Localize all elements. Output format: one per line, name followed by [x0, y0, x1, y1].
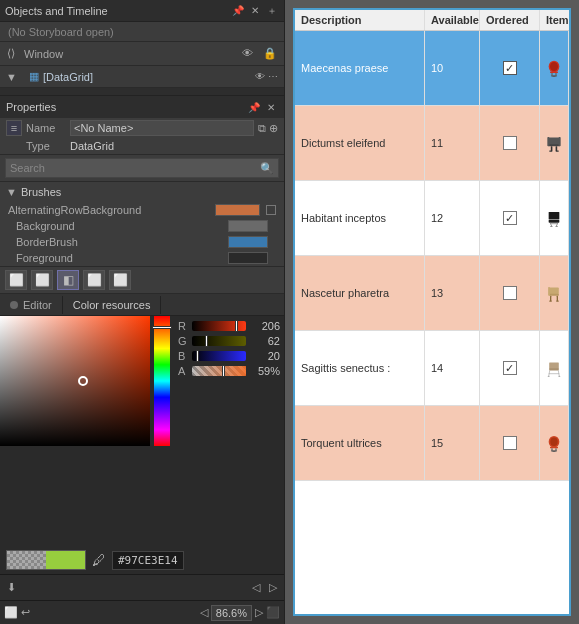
datagrid-icon: ▦: [29, 70, 39, 83]
grid-row-1[interactable]: Maecenas praese 10: [295, 31, 569, 106]
editor-tab[interactable]: Editor: [0, 296, 63, 314]
panel-title: Objects and Timeline: [5, 5, 108, 17]
brush-tool-2[interactable]: ⬜: [31, 270, 53, 290]
visibility-icon[interactable]: 👁: [255, 71, 265, 82]
checkbox-3[interactable]: [503, 211, 517, 225]
eye-icon[interactable]: 👁: [239, 46, 256, 61]
cell-desc-6: Torquent ultrices: [295, 406, 425, 480]
chevron-down-icon[interactable]: ⟨⟩: [4, 46, 18, 61]
editor-section: Editor Color resources: [0, 294, 284, 600]
bottom-btn-left[interactable]: ◁: [249, 580, 263, 595]
background-swatch[interactable]: [228, 220, 268, 232]
svg-rect-2: [550, 71, 558, 72]
brush-tool-1[interactable]: ⬜: [5, 270, 27, 290]
rgba-row-b: B 20: [178, 350, 280, 362]
lock-icon[interactable]: 🔒: [260, 46, 280, 61]
g-slider[interactable]: [192, 336, 246, 346]
cell-avail-5: 14: [425, 331, 480, 405]
svg-rect-24: [550, 295, 551, 300]
checkbox-2[interactable]: [503, 136, 517, 150]
left-panel: Objects and Timeline 📌 ✕ ＋ (No Storyboar…: [0, 0, 285, 624]
brush-tool-5[interactable]: ⬜: [109, 270, 131, 290]
svg-rect-29: [549, 368, 559, 370]
pin-icon[interactable]: 📌: [231, 4, 245, 18]
tree-row-datagrid[interactable]: ▼ ▦ [DataGrid] 👁 ⋯: [4, 68, 280, 85]
chair-svg-1: [546, 36, 562, 101]
brush-tool-4[interactable]: ⬜: [83, 270, 105, 290]
zoom-icons-left[interactable]: ⬜ ↩: [4, 606, 30, 619]
editor-dot: [10, 301, 18, 309]
header-item: Item: [540, 10, 571, 30]
gradient-dark: [0, 316, 150, 446]
name-label: Name: [26, 122, 66, 134]
zoom-next[interactable]: ▷: [255, 606, 263, 619]
search-icon[interactable]: 🔍: [260, 162, 274, 175]
brush-tool-3[interactable]: ◧: [57, 270, 79, 290]
bottom-toolbar: ⬇ ◁ ▷: [0, 574, 284, 600]
bottom-btn-down[interactable]: ⬇: [4, 580, 19, 595]
chair-svg-3: [546, 186, 562, 251]
svg-rect-25: [557, 295, 558, 300]
svg-point-40: [551, 450, 557, 452]
a-slider[interactable]: [192, 366, 246, 376]
close-icon[interactable]: ✕: [248, 4, 262, 18]
hex-display[interactable]: #97CE3E14: [112, 551, 184, 570]
name-value: <No Name>: [70, 120, 254, 136]
eyedropper-btn[interactable]: 🖊: [92, 552, 106, 568]
zoom-end[interactable]: ⬛: [266, 606, 280, 619]
prop-action-icon[interactable]: ⧉: [258, 122, 266, 135]
alternating-checkbox[interactable]: [266, 205, 276, 215]
cell-avail-6: 15: [425, 406, 480, 480]
color-resources-tab[interactable]: Color resources: [63, 296, 162, 314]
bottom-btn-right[interactable]: ▷: [266, 580, 280, 595]
b-value: 20: [250, 350, 280, 362]
zoom-row: ⬜ ↩ ◁ 86.6% ▷ ⬛: [0, 600, 284, 624]
grid-row-2[interactable]: Dictumst eleifend 11: [295, 106, 569, 181]
panel-titlebar: Objects and Timeline 📌 ✕ ＋: [0, 0, 284, 22]
hue-slider[interactable]: [154, 316, 170, 446]
checkbox-6[interactable]: [503, 436, 517, 450]
b-slider[interactable]: [192, 351, 246, 361]
cell-item-5: [540, 331, 569, 405]
cell-item-4: [540, 256, 569, 330]
chair-svg-2: [546, 111, 562, 176]
cell-item-2: [540, 106, 569, 180]
checkbox-4[interactable]: [503, 286, 517, 300]
header-ordered: Ordered: [480, 10, 540, 30]
checkbox-5[interactable]: [503, 361, 517, 375]
grid-row-5[interactable]: Sagittis senectus : 14: [295, 331, 569, 406]
brushes-title: Brushes: [21, 186, 61, 198]
type-label: Type: [26, 140, 66, 152]
brush-row-background: Background: [0, 218, 284, 234]
color-gradient[interactable]: [0, 316, 150, 446]
grid-row-4[interactable]: Nascetur pharetra 13: [295, 256, 569, 331]
datagrid-label: [DataGrid]: [43, 71, 93, 83]
collapse-icon[interactable]: ▼: [6, 71, 17, 83]
grid-row-3[interactable]: Habitant inceptos 12: [295, 181, 569, 256]
prop-new-icon[interactable]: ⊕: [269, 122, 278, 135]
zoom-value[interactable]: 86.6%: [211, 605, 252, 621]
tree-lock-icon[interactable]: ⋯: [268, 71, 278, 82]
r-slider[interactable]: [192, 321, 246, 331]
add-icon[interactable]: ＋: [265, 4, 279, 18]
properties-pin-icon[interactable]: 📌: [247, 100, 261, 114]
scroll-bar[interactable]: [0, 88, 284, 96]
objects-toolbar: ⟨⟩ Window 👁 🔒: [0, 42, 284, 66]
search-input[interactable]: [10, 162, 260, 174]
alternating-swatch[interactable]: [215, 204, 260, 216]
properties-close-icon[interactable]: ✕: [264, 100, 278, 114]
svg-point-1: [550, 61, 558, 70]
border-swatch[interactable]: [228, 236, 268, 248]
b-thumb: [196, 350, 199, 362]
background-label: Background: [16, 220, 222, 232]
svg-rect-27: [556, 300, 559, 301]
brushes-header: ▼ Brushes: [0, 182, 284, 202]
brushes-collapse-icon[interactable]: ▼: [6, 186, 17, 198]
checkbox-1[interactable]: [503, 61, 517, 75]
foreground-swatch[interactable]: [228, 252, 268, 264]
grid-row-6[interactable]: Torquent ultrices 15: [295, 406, 569, 481]
grid-header: Description Available Ordered Item: [295, 10, 569, 31]
zoom-prev[interactable]: ◁: [200, 606, 208, 619]
cell-avail-3: 12: [425, 181, 480, 255]
chair-svg-6: [546, 411, 562, 476]
